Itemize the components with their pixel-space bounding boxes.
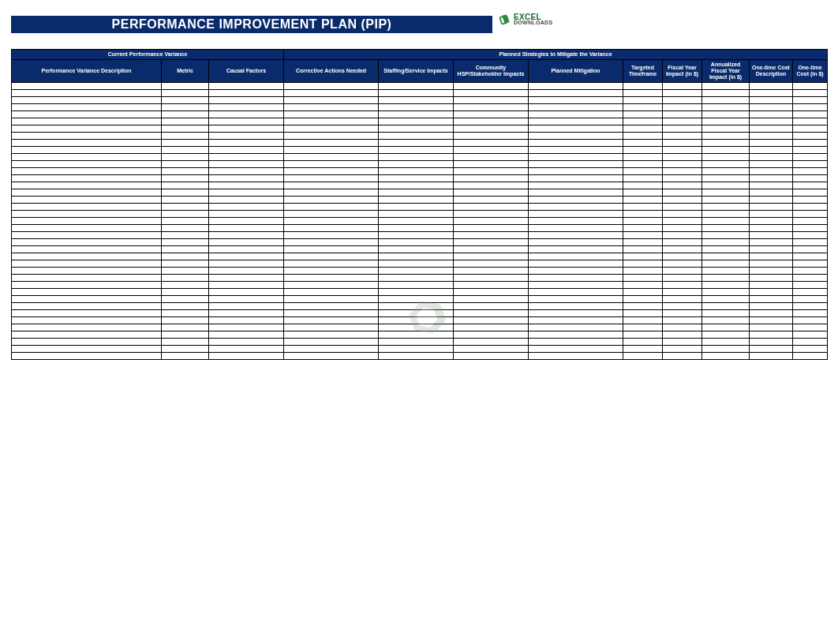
table-cell[interactable] <box>454 211 529 218</box>
table-cell[interactable] <box>209 289 284 296</box>
table-cell[interactable] <box>209 118 284 125</box>
table-cell[interactable] <box>162 104 209 111</box>
table-cell[interactable] <box>379 118 454 125</box>
table-cell[interactable] <box>750 97 793 104</box>
table-cell[interactable] <box>623 260 663 268</box>
table-cell[interactable] <box>162 175 209 182</box>
table-cell[interactable] <box>284 339 379 346</box>
table-cell[interactable] <box>209 225 284 232</box>
table-cell[interactable] <box>454 225 529 232</box>
table-cell[interactable] <box>454 339 529 346</box>
table-cell[interactable] <box>454 133 529 140</box>
table-cell[interactable] <box>793 83 828 90</box>
table-cell[interactable] <box>379 104 454 111</box>
table-cell[interactable] <box>623 282 663 289</box>
table-cell[interactable] <box>284 197 379 204</box>
table-cell[interactable] <box>284 346 379 353</box>
table-cell[interactable] <box>284 118 379 125</box>
table-cell[interactable] <box>750 125 793 133</box>
table-cell[interactable] <box>623 324 663 331</box>
table-cell[interactable] <box>793 197 828 204</box>
table-cell[interactable] <box>12 168 162 175</box>
table-cell[interactable] <box>162 189 209 197</box>
table-cell[interactable] <box>284 168 379 175</box>
table-cell[interactable] <box>750 310 793 317</box>
table-cell[interactable] <box>209 168 284 175</box>
table-cell[interactable] <box>793 253 828 260</box>
table-cell[interactable] <box>750 303 793 310</box>
table-cell[interactable] <box>454 204 529 211</box>
table-cell[interactable] <box>793 324 828 331</box>
table-cell[interactable] <box>12 147 162 154</box>
table-cell[interactable] <box>529 218 623 225</box>
table-cell[interactable] <box>702 246 750 253</box>
table-cell[interactable] <box>529 282 623 289</box>
table-cell[interactable] <box>284 104 379 111</box>
table-cell[interactable] <box>379 260 454 268</box>
table-cell[interactable] <box>663 118 702 125</box>
table-cell[interactable] <box>750 111 793 118</box>
table-cell[interactable] <box>284 204 379 211</box>
table-cell[interactable] <box>12 204 162 211</box>
table-cell[interactable] <box>623 339 663 346</box>
table-cell[interactable] <box>162 197 209 204</box>
table-cell[interactable] <box>623 175 663 182</box>
table-cell[interactable] <box>209 218 284 225</box>
table-cell[interactable] <box>284 161 379 168</box>
table-cell[interactable] <box>12 268 162 275</box>
table-cell[interactable] <box>702 189 750 197</box>
table-cell[interactable] <box>623 225 663 232</box>
table-cell[interactable] <box>529 268 623 275</box>
table-cell[interactable] <box>529 253 623 260</box>
table-cell[interactable] <box>209 154 284 161</box>
table-cell[interactable] <box>379 90 454 97</box>
table-cell[interactable] <box>12 161 162 168</box>
table-cell[interactable] <box>663 147 702 154</box>
table-cell[interactable] <box>663 310 702 317</box>
table-cell[interactable] <box>702 104 750 111</box>
table-cell[interactable] <box>454 97 529 104</box>
table-cell[interactable] <box>623 118 663 125</box>
table-cell[interactable] <box>12 232 162 239</box>
table-cell[interactable] <box>529 346 623 353</box>
table-cell[interactable] <box>379 133 454 140</box>
table-cell[interactable] <box>529 246 623 253</box>
table-cell[interactable] <box>793 296 828 303</box>
table-cell[interactable] <box>623 104 663 111</box>
table-cell[interactable] <box>454 310 529 317</box>
table-cell[interactable] <box>162 161 209 168</box>
table-cell[interactable] <box>162 97 209 104</box>
table-cell[interactable] <box>162 154 209 161</box>
table-cell[interactable] <box>454 161 529 168</box>
table-cell[interactable] <box>750 282 793 289</box>
table-cell[interactable] <box>529 353 623 360</box>
table-cell[interactable] <box>454 346 529 353</box>
table-cell[interactable] <box>12 218 162 225</box>
table-cell[interactable] <box>702 253 750 260</box>
table-cell[interactable] <box>702 147 750 154</box>
table-cell[interactable] <box>162 268 209 275</box>
table-cell[interactable] <box>623 346 663 353</box>
table-cell[interactable] <box>663 268 702 275</box>
table-cell[interactable] <box>702 346 750 353</box>
table-cell[interactable] <box>750 90 793 97</box>
table-cell[interactable] <box>209 268 284 275</box>
table-cell[interactable] <box>12 353 162 360</box>
table-cell[interactable] <box>663 324 702 331</box>
table-cell[interactable] <box>12 260 162 268</box>
table-cell[interactable] <box>379 324 454 331</box>
table-cell[interactable] <box>379 125 454 133</box>
table-cell[interactable] <box>623 268 663 275</box>
table-cell[interactable] <box>284 246 379 253</box>
table-cell[interactable] <box>454 239 529 246</box>
table-cell[interactable] <box>793 232 828 239</box>
table-cell[interactable] <box>12 175 162 182</box>
table-cell[interactable] <box>793 168 828 175</box>
table-cell[interactable] <box>12 133 162 140</box>
table-cell[interactable] <box>379 111 454 118</box>
table-cell[interactable] <box>454 147 529 154</box>
table-cell[interactable] <box>284 189 379 197</box>
table-cell[interactable] <box>623 246 663 253</box>
table-cell[interactable] <box>454 324 529 331</box>
table-cell[interactable] <box>702 154 750 161</box>
